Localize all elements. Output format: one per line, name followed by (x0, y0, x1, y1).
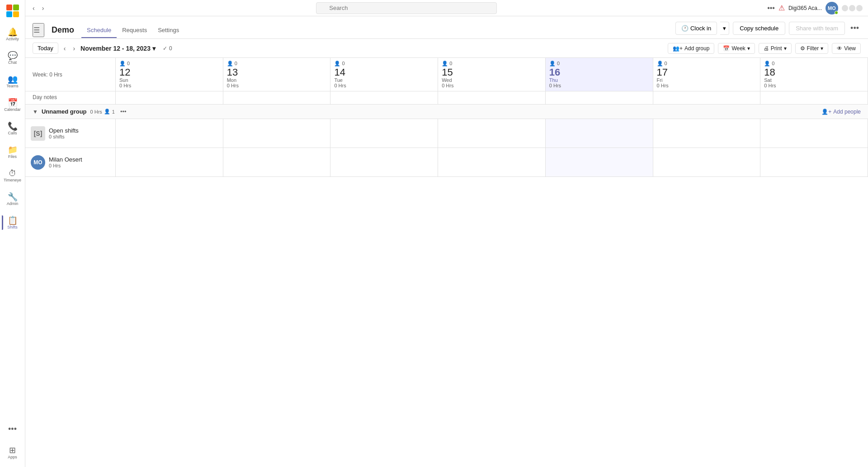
open-shifts-mon[interactable] (223, 119, 331, 148)
milan-fri[interactable] (653, 148, 761, 176)
calendar-area: Week: 0 Hrs 👤 0 12 Sun 0 Hrs 👤 0 13 Mon … (25, 58, 868, 467)
sidebar-item-calendar[interactable]: 📅 Calendar (2, 94, 24, 116)
add-group-button[interactable]: 👥+ Add group (668, 43, 714, 54)
clock-in-dropdown-button[interactable]: ▾ (720, 22, 729, 35)
close-button[interactable] (856, 5, 863, 11)
sidebar-item-shifts[interactable]: 📋 Shifts (2, 212, 24, 234)
sidebar-item-timeneye[interactable]: ⏱ Timeneye (2, 165, 24, 186)
header-more-button[interactable]: ••• (849, 22, 861, 35)
tab-requests[interactable]: Requests (117, 23, 152, 38)
app-logo[interactable] (5, 4, 20, 18)
sidebar-item-more[interactable]: ••• (2, 418, 24, 440)
filter-button[interactable]: ⚙ Filter ▾ (795, 43, 829, 54)
mon-people-count: 👤 0 (227, 61, 237, 67)
open-shifts-tue[interactable] (330, 119, 438, 148)
nav-forward-button[interactable]: › (40, 3, 46, 14)
shifts-icon: 📋 (8, 216, 18, 224)
more-icon: ••• (8, 425, 17, 433)
milan-thu[interactable] (546, 148, 653, 176)
open-shifts-wed[interactable] (438, 119, 546, 148)
day-notes-mon[interactable] (223, 91, 331, 104)
wed-day-name: Wed (442, 77, 452, 83)
day-header-wed: 👤 0 15 Wed 0 Hrs (438, 58, 546, 91)
sidebar-label-files: Files (8, 155, 17, 159)
milan-sat[interactable] (760, 148, 868, 176)
today-button[interactable]: Today (33, 43, 58, 54)
day-notes-wed[interactable] (438, 91, 546, 104)
maximize-button[interactable] (849, 5, 855, 11)
view-button[interactable]: 👁 View (832, 43, 861, 54)
sidebar-item-activity[interactable]: 🔔 Activity (2, 24, 24, 45)
window-controls (842, 5, 863, 11)
sidebar-item-apps[interactable]: ⊞ Apps (2, 442, 24, 463)
sidebar-item-teams[interactable]: 👥 Teams (2, 71, 24, 92)
fri-day-hrs: 0 Hrs (657, 83, 669, 88)
share-team-button[interactable]: Share with team (789, 22, 845, 35)
day-notes-thu[interactable] (546, 91, 653, 104)
online-indicator (835, 11, 838, 14)
sidebar-label-shifts: Shifts (7, 225, 18, 229)
group-more-button[interactable]: ••• (120, 108, 127, 115)
sidebar-item-admin[interactable]: 🔧 Admin (2, 188, 24, 210)
day-notes-sun[interactable] (116, 91, 223, 104)
thu-day-hrs: 0 Hrs (549, 83, 561, 88)
sidebar: 🔔 Activity 💬 Chat 👥 Teams 📅 Calendar 📞 C… (0, 0, 25, 467)
avatar[interactable]: MO (826, 2, 838, 14)
open-shifts-avatar: [S] (31, 126, 45, 141)
open-shifts-thu[interactable] (546, 119, 653, 148)
view-label: View (844, 45, 856, 52)
sat-day-name: Sat (764, 77, 772, 83)
group-meta: 0 Hrs 👤 1 (90, 109, 115, 114)
open-shifts-info: Open shifts 0 shifts (49, 127, 79, 139)
add-people-icon: 👤+ (821, 109, 831, 115)
sun-day-name: Sun (119, 77, 128, 83)
thu-day-name: Thu (549, 77, 558, 83)
milan-wed[interactable] (438, 148, 546, 176)
minimize-button[interactable] (842, 5, 848, 11)
day-notes-sat[interactable] (760, 91, 868, 104)
svg-rect-1 (13, 5, 19, 10)
hamburger-button[interactable]: ☰ (33, 23, 44, 37)
sidebar-item-chat[interactable]: 💬 Chat (2, 47, 24, 69)
week-view-button[interactable]: 📅 Week ▾ (718, 43, 755, 54)
filter-chevron-icon: ▾ (821, 45, 823, 52)
milan-mon[interactable] (223, 148, 331, 176)
page-title: Demo (52, 25, 74, 35)
toolbar: Today ‹ › November 12 - 18, 2023 ▾ ✓ 0 👥… (25, 39, 868, 58)
titlebar-nav: ‹ › (31, 3, 46, 14)
group-collapse-button[interactable]: ▼ (33, 109, 38, 115)
sidebar-item-calls[interactable]: 📞 Calls (2, 118, 24, 139)
chat-icon: 💬 (8, 52, 18, 60)
clock-in-button[interactable]: 🕐 Clock in (675, 22, 717, 35)
tab-schedule[interactable]: Schedule (81, 23, 117, 38)
open-shifts-row: [S] Open shifts 0 shifts (25, 119, 868, 148)
milan-tue[interactable] (330, 148, 438, 176)
open-shifts-sun[interactable] (116, 119, 223, 148)
group-name: Unnamed group (42, 108, 87, 115)
open-shifts-sat[interactable] (760, 119, 868, 148)
fri-day-num: 17 (657, 67, 668, 77)
milan-person-cell: MO Milan Oesert 0 Hrs (25, 148, 116, 176)
prev-week-button[interactable]: ‹ (62, 43, 68, 54)
sun-people-count: 👤 0 (119, 61, 130, 67)
tab-settings[interactable]: Settings (152, 23, 184, 38)
user-name[interactable]: Digi365 Aca... (788, 5, 822, 11)
date-range-picker[interactable]: November 12 - 18, 2023 ▾ (80, 45, 156, 52)
next-week-button[interactable]: › (71, 43, 77, 54)
day-notes-tue[interactable] (330, 91, 438, 104)
add-people-button[interactable]: 👤+ Add people (821, 109, 861, 115)
nav-back-button[interactable]: ‹ (31, 3, 37, 14)
print-button[interactable]: 🖨 Print ▾ (759, 43, 792, 54)
milan-sun[interactable] (116, 148, 223, 176)
filter-icon: ⚙ (800, 45, 805, 52)
search-input[interactable] (316, 2, 497, 14)
sat-day-hrs: 0 Hrs (764, 83, 776, 88)
sidebar-item-files[interactable]: 📁 Files (2, 141, 24, 163)
copy-schedule-button[interactable]: Copy schedule (733, 22, 785, 35)
sidebar-label-chat: Chat (8, 61, 17, 65)
sidebar-label-calls: Calls (8, 131, 17, 135)
open-shifts-fri[interactable] (653, 119, 761, 148)
titlebar-more-button[interactable]: ••• (767, 4, 775, 12)
day-header-mon: 👤 0 13 Mon 0 Hrs (223, 58, 331, 91)
day-notes-fri[interactable] (653, 91, 761, 104)
